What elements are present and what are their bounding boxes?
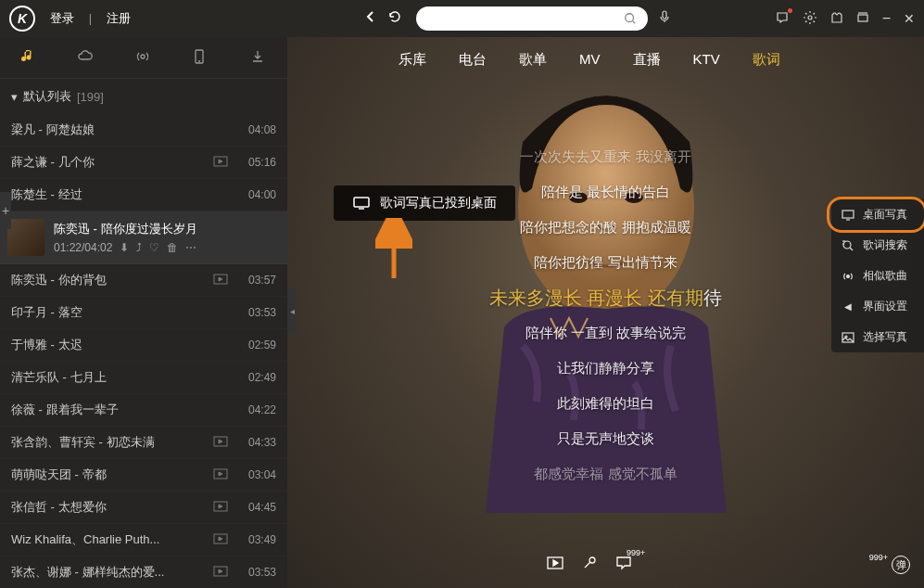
nav-tab-1[interactable]: 电台 (459, 51, 487, 69)
song-title: 陈奕迅 - 陪你度过漫长岁月 (54, 221, 211, 237)
lyric-line: 只是无声地交谈 (287, 421, 924, 456)
chevron-down-icon: ▾ (11, 90, 18, 104)
song-row[interactable]: 陈奕迅 - 你的背包 03:57 (0, 264, 287, 297)
song-row[interactable]: 陈楚生 - 经过 04:00 (0, 179, 287, 211)
song-row[interactable]: 张信哲 - 太想爱你 04:45 (0, 492, 287, 524)
phone-tab[interactable] (192, 48, 210, 67)
nav-arrows (363, 9, 402, 28)
mini-mode-icon[interactable] (856, 11, 869, 27)
search-icon[interactable] (624, 12, 637, 25)
mv-badge-icon[interactable] (213, 436, 230, 450)
album-thumb (7, 219, 44, 256)
song-duration: 04:22 (239, 403, 276, 416)
song-title: 陈楚生 - 经过 (11, 186, 213, 203)
svg-rect-2 (663, 11, 666, 19)
song-row[interactable]: 张杰、谢娜 - 娜样纯杰的爱... 03:53 (0, 556, 287, 578)
comments-icon[interactable] (615, 556, 632, 574)
song-duration: 02:49 (239, 371, 276, 384)
svg-line-34 (585, 562, 590, 568)
song-duration: 04:33 (239, 436, 276, 449)
mv-badge-icon[interactable] (213, 274, 230, 288)
nav-tab-0[interactable]: 乐库 (399, 51, 426, 69)
search-box[interactable] (416, 6, 648, 31)
mv-badge-icon[interactable] (213, 533, 230, 547)
annotation-arrow (375, 218, 412, 283)
title-bar: K 登录 | 注册 − ✕ (0, 0, 924, 37)
skin-icon[interactable] (830, 11, 843, 27)
song-duration: 04:45 (239, 501, 276, 514)
register-link[interactable]: 注册 (101, 11, 136, 25)
song-row[interactable]: 徐薇 - 跟着我一辈子 04:22 (0, 394, 287, 427)
desktop-icon (352, 196, 371, 211)
nav-tab-2[interactable]: 歌单 (519, 51, 547, 69)
rightmenu-item-4[interactable]: 选择写真 (831, 322, 924, 352)
broadcast-icon (841, 270, 855, 283)
radio-tab[interactable] (134, 48, 153, 67)
song-duration: 03:57 (239, 274, 276, 287)
download-icon[interactable]: ⬇ (120, 241, 129, 254)
lyric-line: 此刻难得的坦白 (287, 386, 924, 421)
song-row[interactable]: 梁凡 - 阿楚姑娘 04:08 (0, 114, 287, 147)
more-icon[interactable]: ⋯ (185, 241, 196, 254)
bottom-right-controls: 999+ 弹 (869, 556, 910, 574)
song-row[interactable]: 清芒乐队 - 七月上 02:49 (0, 362, 287, 394)
lyric-line: 一次次失去又重来 我没离开 (287, 139, 924, 174)
voice-search-icon[interactable] (657, 9, 672, 28)
close-icon[interactable]: ✕ (904, 11, 915, 26)
bottom-controls (547, 556, 632, 574)
local-music-tab[interactable] (19, 48, 38, 67)
mv-badge-icon[interactable] (213, 501, 230, 515)
cloud-tab[interactable] (77, 48, 95, 67)
login-link[interactable]: 登录 (44, 11, 80, 25)
mv-badge-icon[interactable] (213, 156, 230, 170)
rightmenu-label: 桌面写真 (863, 207, 907, 223)
nav-tab-5[interactable]: KTV (693, 51, 720, 69)
nav-tab-3[interactable]: MV (579, 51, 601, 69)
search-icon (841, 239, 855, 252)
source-tabs (0, 37, 287, 79)
minimize-icon[interactable]: − (882, 10, 891, 27)
mv-icon[interactable] (547, 556, 563, 573)
app-logo[interactable]: K (9, 6, 35, 32)
rightmenu-item-2[interactable]: 相似歌曲 (831, 261, 924, 291)
song-row[interactable]: 陈奕迅 - 陪你度过漫长岁月 01:22/04:02 ⬇ ⤴ ♡ 🗑 ⋯ (0, 211, 287, 264)
song-row[interactable]: 薛之谦 - 几个你 05:16 (0, 147, 287, 179)
song-row[interactable]: 萌萌哒天团 - 帝都 03:04 (0, 459, 287, 492)
rightmenu-item-1[interactable]: 歌词搜索 (831, 230, 924, 261)
playlist-name: 默认列表 (23, 88, 71, 105)
delete-icon[interactable]: 🗑 (167, 241, 178, 254)
song-title: 梁凡 - 阿楚姑娘 (11, 121, 213, 138)
playlist-header[interactable]: ▾ 默认列表 [199] (0, 79, 287, 114)
danmu-toggle[interactable]: 弹 (892, 556, 910, 574)
like-icon[interactable]: ♡ (149, 241, 159, 254)
caret-icon: ◀ (841, 301, 855, 312)
song-duration: 03:53 (239, 566, 276, 578)
mv-badge-icon[interactable] (213, 566, 230, 579)
song-list[interactable]: 梁凡 - 阿楚姑娘 04:08薛之谦 - 几个你 05:16陈楚生 - 经过 0… (0, 114, 287, 578)
lyrics-tools-menu: 桌面写真歌词搜索相似歌曲◀界面设置选择写真 (831, 199, 924, 352)
search-input[interactable] (427, 12, 624, 25)
song-title: 薛之谦 - 几个你 (11, 154, 213, 171)
mv-badge-icon[interactable] (213, 468, 230, 482)
download-tab[interactable] (249, 48, 268, 67)
add-button[interactable]: + (0, 192, 11, 229)
refresh-icon[interactable] (387, 9, 402, 28)
image-icon (841, 332, 855, 343)
share-icon[interactable]: ⤴ (136, 241, 142, 254)
song-title: 陈奕迅 - 你的背包 (11, 272, 213, 288)
collapse-panel-button[interactable]: ◂ (287, 288, 297, 334)
messages-icon[interactable] (775, 10, 790, 28)
back-icon[interactable] (363, 9, 378, 28)
settings-icon[interactable] (803, 10, 817, 28)
song-duration: 02:59 (239, 339, 276, 352)
song-row[interactable]: 于博雅 - 太迟 02:59 (0, 329, 287, 362)
lyric-line: 让我们静静分享 (287, 351, 924, 386)
song-row[interactable]: 张含韵、曹轩宾 - 初恋未满 04:33 (0, 427, 287, 459)
nav-tab-4[interactable]: 直播 (633, 51, 661, 69)
song-row[interactable]: 印子月 - 落空 03:53 (0, 297, 287, 329)
rightmenu-item-0[interactable]: 桌面写真 (831, 199, 924, 230)
rightmenu-item-3[interactable]: ◀界面设置 (831, 291, 924, 322)
song-row[interactable]: Wiz Khalifa、Charlie Puth... 03:49 (0, 524, 287, 556)
nav-tab-6[interactable]: 歌词 (753, 51, 780, 69)
mic-icon[interactable] (582, 556, 597, 574)
